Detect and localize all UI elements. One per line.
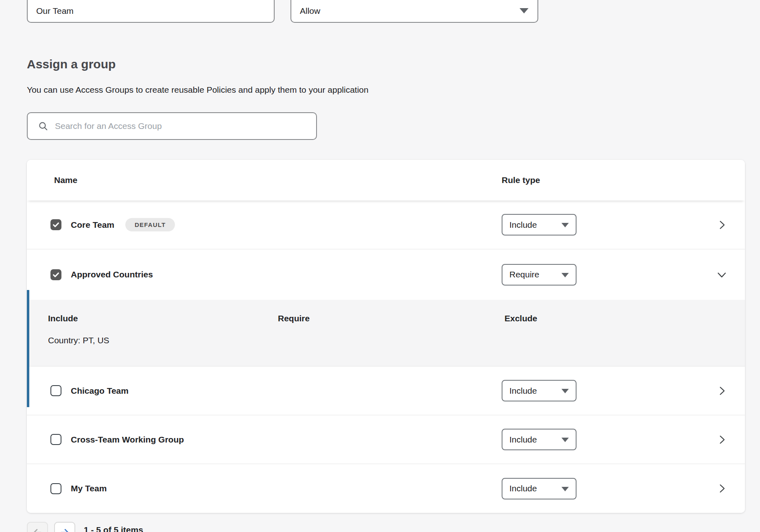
dropdown-arrow-icon	[561, 438, 569, 442]
row-checkbox[interactable]	[50, 269, 61, 280]
table-header: Name Rule type	[27, 160, 745, 201]
rule-type-select[interactable]: Require	[502, 264, 577, 286]
rule-type-select[interactable]: Include	[502, 214, 577, 235]
rule-type-select[interactable]: Include	[502, 380, 577, 401]
table-row[interactable]: Chicago Team Include	[27, 366, 745, 415]
action-select[interactable]: Allow	[290, 0, 538, 23]
table-row[interactable]: Approved Countries Require	[27, 249, 745, 300]
action-select-value: Allow	[300, 6, 320, 16]
policy-name-input[interactable]	[36, 6, 256, 16]
rule-type-value: Require	[509, 270, 539, 279]
pagination-summary: 1 - 5 of 5 items	[84, 525, 143, 532]
column-header-name: Name	[54, 175, 77, 185]
default-badge: DEFAULT	[125, 218, 175, 231]
include-rule-value: Country: PT, US	[48, 336, 109, 345]
table-row[interactable]: My Team Include	[27, 464, 745, 513]
row-checkbox[interactable]	[50, 385, 61, 396]
pagination-prev-button[interactable]	[27, 522, 48, 532]
chevron-right-icon[interactable]	[716, 219, 727, 231]
search-icon	[38, 121, 48, 131]
group-name: Approved Countries	[71, 270, 153, 279]
checkmark-icon	[52, 271, 60, 279]
chevron-down-icon[interactable]	[716, 269, 727, 280]
access-group-search[interactable]: Search for an Access Group	[27, 112, 317, 140]
dropdown-arrow-icon	[561, 389, 569, 393]
column-header-rule-type: Rule type	[502, 175, 540, 185]
rule-type-select[interactable]: Include	[502, 478, 577, 499]
access-groups-table: Name Rule type Core Team DEFAULT Include	[27, 160, 745, 513]
section-description: You can use Access Groups to create reus…	[27, 85, 369, 95]
rule-type-select[interactable]: Include	[502, 429, 577, 450]
detail-column-require: Require	[278, 314, 310, 323]
pagination-next-button[interactable]	[54, 522, 75, 532]
row-checkbox[interactable]	[50, 434, 61, 445]
selected-row-accent	[27, 290, 29, 407]
page-title: Assign a group	[27, 57, 116, 71]
policy-name-field[interactable]	[27, 0, 275, 23]
detail-column-include: Include	[48, 314, 78, 323]
table-row[interactable]: Cross-Team Working Group Include	[27, 415, 745, 464]
row-checkbox[interactable]	[50, 483, 61, 494]
group-name: My Team	[71, 484, 107, 493]
group-name: Chicago Team	[71, 386, 129, 396]
table-row[interactable]: Core Team DEFAULT Include	[27, 201, 745, 249]
checkmark-icon	[52, 221, 60, 229]
group-name: Core Team	[71, 220, 114, 230]
detail-column-exclude: Exclude	[504, 314, 537, 323]
arrow-left-icon	[32, 527, 43, 532]
dropdown-arrow-icon	[520, 8, 529, 13]
dropdown-arrow-icon	[561, 273, 569, 277]
group-name: Cross-Team Working Group	[71, 435, 184, 445]
group-rule-details: Include Require Exclude Country: PT, US	[27, 300, 745, 366]
rule-type-value: Include	[509, 220, 537, 230]
chevron-right-icon[interactable]	[716, 385, 727, 397]
rule-type-value: Include	[509, 435, 537, 445]
dropdown-arrow-icon	[561, 487, 569, 491]
dropdown-arrow-icon	[561, 223, 569, 227]
access-policy-page: Allow Assign a group You can use Access …	[0, 0, 760, 532]
search-input[interactable]: Search for an Access Group	[55, 121, 162, 131]
rule-type-value: Include	[509, 386, 537, 396]
chevron-right-icon[interactable]	[716, 483, 727, 494]
chevron-right-icon[interactable]	[716, 434, 727, 445]
row-checkbox[interactable]	[50, 219, 61, 230]
rule-type-value: Include	[509, 484, 537, 493]
arrow-right-icon	[59, 527, 70, 532]
